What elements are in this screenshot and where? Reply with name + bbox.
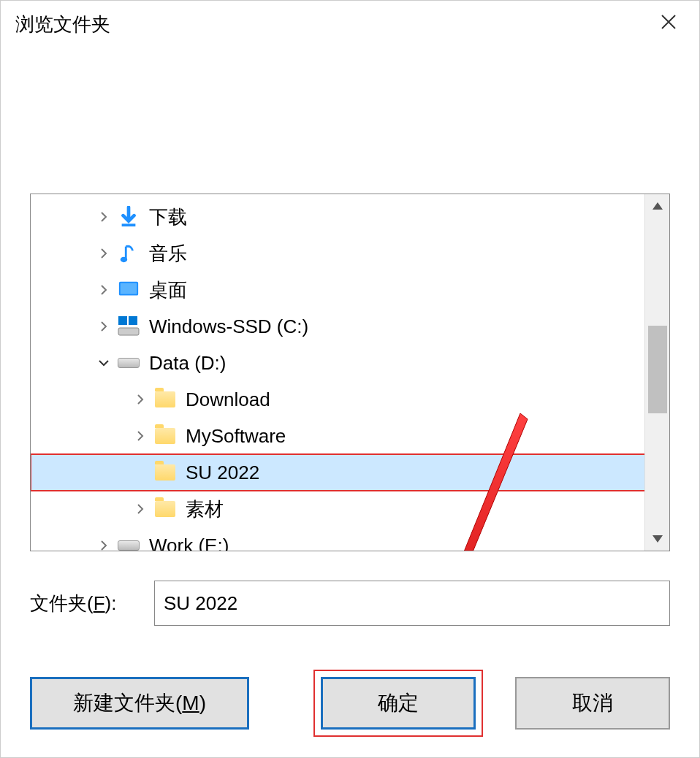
- folder-tree-container: 下载音乐桌面Windows-SSD (C:)Data (D:)DownloadM…: [30, 194, 670, 551]
- scrollbar[interactable]: [644, 194, 669, 551]
- tree-item[interactable]: 桌面: [31, 272, 669, 308]
- chevron-down-icon[interactable]: [96, 356, 111, 370]
- tree-item[interactable]: 下载: [31, 199, 669, 235]
- svg-rect-4: [118, 328, 139, 335]
- new-folder-button[interactable]: 新建文件夹(M): [30, 677, 249, 730]
- scroll-up-arrow[interactable]: [645, 194, 669, 218]
- desktop-icon: [117, 278, 140, 302]
- tree-item-label: Windows-SSD (C:): [149, 315, 308, 338]
- tree-item[interactable]: Work (E:): [31, 527, 669, 551]
- folder-icon: [153, 497, 177, 521]
- chevron-right-icon[interactable]: [96, 283, 111, 297]
- cancel-button[interactable]: 取消: [515, 677, 670, 730]
- tree-item-label: Download: [186, 388, 270, 411]
- scroll-thumb[interactable]: [648, 326, 667, 413]
- folder-tree[interactable]: 下载音乐桌面Windows-SSD (C:)Data (D:)DownloadM…: [31, 194, 669, 551]
- tree-item[interactable]: Data (D:): [31, 345, 669, 381]
- tree-item-label: 素材: [186, 497, 224, 522]
- folder-field-label: 文件夹(F):: [30, 591, 154, 616]
- titlebar: 浏览文件夹: [1, 1, 699, 47]
- chevron-right-icon[interactable]: [96, 538, 111, 551]
- tree-item[interactable]: Download: [31, 381, 669, 418]
- folder-icon: [153, 388, 177, 411]
- tree-item-label: Data (D:): [149, 352, 226, 375]
- folder-icon: [153, 424, 177, 448]
- folder-name-input[interactable]: [154, 581, 670, 626]
- tree-item-label: 下载: [149, 204, 187, 230]
- dialog-title: 浏览文件夹: [15, 12, 110, 37]
- button-row: 新建文件夹(M) 确定 取消: [30, 670, 670, 737]
- download-icon: [117, 205, 140, 229]
- drive-icon: [117, 351, 140, 375]
- tree-item[interactable]: MySoftware: [31, 418, 669, 454]
- tree-item[interactable]: 素材: [31, 491, 669, 527]
- close-button[interactable]: [653, 9, 685, 39]
- chevron-right-icon[interactable]: [133, 502, 148, 516]
- browse-folder-dialog: 浏览文件夹 下载音乐桌面Windows-SSD (C:)Data (D:)Dow…: [0, 0, 700, 758]
- tree-item-label: MySoftware: [186, 425, 286, 448]
- svg-point-1: [121, 257, 127, 263]
- tree-item-label: 音乐: [149, 241, 187, 267]
- tree-item-label: Work (E:): [149, 535, 229, 551]
- tree-item[interactable]: SU 2022: [31, 454, 669, 491]
- tree-item[interactable]: 音乐: [31, 235, 669, 272]
- scroll-down-arrow[interactable]: [645, 527, 669, 551]
- ok-button[interactable]: 确定: [321, 677, 476, 730]
- chevron-right-icon[interactable]: [133, 392, 148, 407]
- windows-drive-icon: [117, 315, 140, 338]
- folder-icon: [153, 461, 177, 484]
- svg-rect-6: [129, 316, 137, 325]
- close-icon: [660, 13, 677, 31]
- chevron-right-icon[interactable]: [133, 429, 148, 443]
- svg-rect-5: [118, 316, 127, 325]
- drive-icon: [117, 534, 140, 551]
- dialog-content: 下载音乐桌面Windows-SSD (C:)Data (D:)DownloadM…: [1, 47, 699, 758]
- tree-item[interactable]: Windows-SSD (C:): [31, 308, 669, 345]
- ok-button-highlight: 确定: [313, 670, 483, 737]
- chevron-right-icon[interactable]: [96, 319, 111, 334]
- chevron-right-icon[interactable]: [96, 246, 111, 261]
- tree-item-label: SU 2022: [186, 462, 259, 484]
- folder-name-row: 文件夹(F):: [30, 581, 670, 626]
- svg-rect-0: [122, 223, 136, 226]
- chevron-right-icon[interactable]: [96, 210, 111, 224]
- svg-rect-3: [121, 283, 137, 294]
- music-icon: [117, 242, 140, 265]
- tree-item-label: 桌面: [149, 277, 187, 303]
